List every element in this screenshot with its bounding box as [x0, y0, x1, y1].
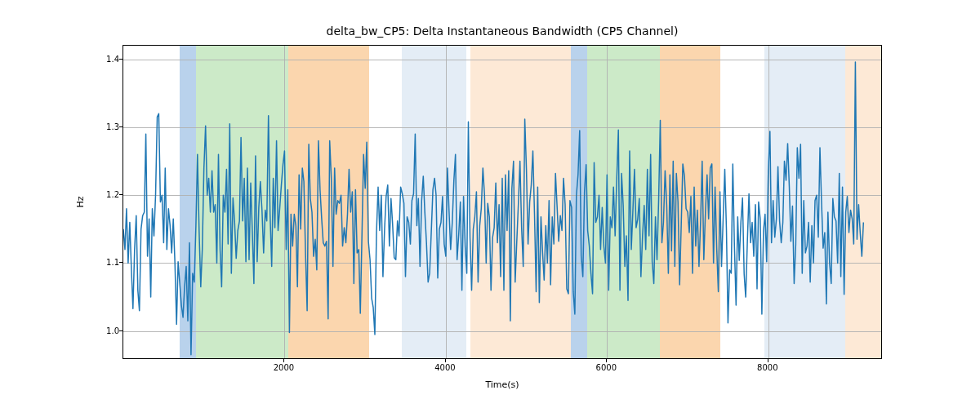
y-tick-mark [119, 194, 122, 195]
line-svg [123, 46, 881, 358]
x-tick-mark [445, 359, 446, 362]
x-tick-label: 6000 [596, 363, 617, 372]
y-tick-mark [119, 262, 122, 263]
y-axis-label: Hz [74, 45, 87, 359]
y-tick-mark [119, 59, 122, 60]
x-tick-mark [606, 359, 607, 362]
x-tick-label: 2000 [274, 363, 294, 372]
y-tick-label: 1.4 [96, 54, 119, 63]
x-tick-label: 4000 [434, 363, 455, 372]
series-line [123, 62, 863, 355]
y-tick-label: 1.1 [96, 258, 119, 267]
x-axis-label: Time(s) [122, 379, 882, 390]
y-tick-label: 1.0 [96, 326, 119, 335]
chart-title: delta_bw_CP5: Delta Instantaneous Bandwi… [122, 24, 882, 38]
plot-area [122, 45, 882, 359]
y-tick-label: 1.3 [96, 122, 119, 131]
y-tick-mark [119, 330, 122, 331]
x-tick-mark [768, 359, 768, 362]
x-tick-mark [283, 359, 284, 362]
y-tick-label: 1.2 [96, 190, 119, 199]
x-tick-label: 8000 [757, 363, 777, 372]
figure: delta_bw_CP5: Delta Instantaneous Bandwi… [0, 0, 980, 408]
y-tick-mark [119, 126, 122, 127]
